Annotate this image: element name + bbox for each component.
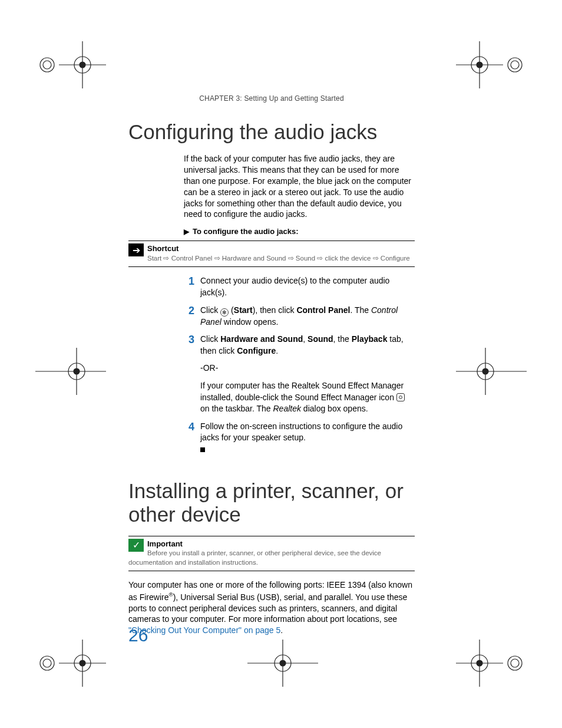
step-alt-text: If your computer has the Realtek Sound E… — [200, 380, 415, 415]
step-number: 3 — [184, 334, 200, 415]
important-text: Before you install a printer, scanner, o… — [128, 549, 381, 566]
step-row: 1 Connect your audio device(s) to the co… — [184, 275, 415, 298]
step-text: Connect your audio device(s) to the comp… — [200, 275, 415, 298]
shortcut-label: Shortcut — [128, 243, 415, 254]
page-number: 26 — [128, 625, 148, 645]
important-callout: ✓ Important Before you install a printer… — [128, 536, 415, 572]
step-text: Click Hardware and Sound, Sound, the Pla… — [200, 334, 415, 415]
step-row: 4 Follow the on-screen instructions to c… — [184, 421, 415, 456]
checkmark-icon: ✓ — [128, 539, 144, 552]
procedure-heading: ▶To configure the audio jacks: — [184, 227, 415, 236]
end-of-procedure-icon — [200, 447, 205, 452]
triangle-bullet-icon: ▶ — [184, 228, 189, 236]
step-text: Follow the on-screen instructions to con… — [200, 421, 415, 456]
sound-manager-icon — [396, 393, 405, 401]
windows-start-icon: ✻ — [220, 308, 229, 317]
chapter-header: CHAPTER 3: Setting Up and Getting Starte… — [128, 94, 415, 103]
step-number: 1 — [184, 275, 200, 298]
chapter-number: CHAPTER 3 — [199, 94, 240, 103]
section-heading-installing: Installing a printer, scanner, or other … — [128, 479, 415, 526]
or-divider: -OR- — [200, 363, 415, 374]
important-label: Important — [128, 539, 415, 549]
cross-reference-link[interactable]: "Checking Out Your Computer" on page 5 — [128, 625, 280, 635]
step-row: 3 Click Hardware and Sound, Sound, the P… — [184, 334, 415, 415]
shortcut-callout: ➔ Shortcut Start ⇨ Control Panel ⇨ Hardw… — [128, 241, 415, 267]
step-number: 4 — [184, 421, 200, 456]
step-number: 2 — [184, 305, 200, 328]
section-heading-audio: Configuring the audio jacks — [128, 120, 415, 144]
chapter-title: : Setting Up and Getting Started — [240, 94, 344, 103]
shortcut-path: Start ⇨ Control Panel ⇨ Hardware and Sou… — [147, 255, 410, 262]
arrow-right-icon: ➔ — [128, 243, 144, 256]
step-row: 2 Click ✻ (Start), then click Control Pa… — [184, 305, 415, 328]
intro-paragraph: If the back of your computer has five au… — [184, 153, 415, 220]
step-text: Click ✻ (Start), then click Control Pane… — [200, 305, 415, 328]
section2-paragraph: Your computer has one or more of the fol… — [128, 579, 415, 636]
